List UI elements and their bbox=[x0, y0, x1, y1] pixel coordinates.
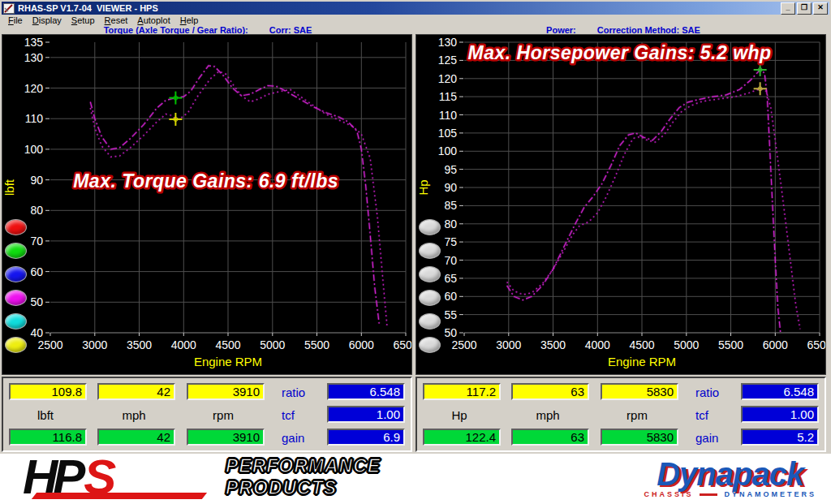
svg-text:60: 60 bbox=[444, 290, 457, 303]
ratio-value: 6.548 bbox=[327, 383, 405, 400]
dynapack-logo-word: Dynapack bbox=[644, 459, 816, 489]
torque-baseline-value: 109.8 bbox=[9, 383, 87, 400]
power-header-correction: Correction Method: SAE bbox=[597, 25, 700, 35]
power-chart: 2500300035004000450050005500600065001301… bbox=[416, 35, 825, 374]
svg-text:5000: 5000 bbox=[674, 338, 699, 351]
power-header: Power: Correction Method: SAE bbox=[416, 25, 831, 35]
power-data-panel: 117.2 63 5830 Hp mph rpm 122.4 63 5830 r… bbox=[416, 377, 826, 452]
run-button-gray-2[interactable] bbox=[419, 243, 441, 259]
menu-setup[interactable]: Setup bbox=[67, 15, 100, 25]
dynapack-dynamometers-text: DYNAMOMETERS bbox=[724, 490, 816, 498]
menu-bar: File Display Setup Reset Autoplot Help bbox=[0, 15, 831, 25]
ratio-label: ratio bbox=[695, 386, 719, 399]
svg-text:3500: 3500 bbox=[540, 338, 566, 351]
run-button-magenta[interactable] bbox=[5, 290, 27, 306]
menu-reset[interactable]: Reset bbox=[100, 15, 133, 25]
svg-text:4500: 4500 bbox=[215, 338, 240, 351]
charts-row: 2500300035004000450050005500600065001351… bbox=[0, 34, 831, 375]
rpm-unit-label: rpm bbox=[185, 408, 261, 422]
rpm-baseline-value: 5830 bbox=[601, 383, 678, 400]
svg-text:6500: 6500 bbox=[393, 338, 411, 351]
svg-text:95: 95 bbox=[444, 163, 457, 176]
rpm-modified-value: 5830 bbox=[601, 429, 678, 446]
hps-logo-text: PERFORMANCE PRODUCTS bbox=[226, 455, 381, 499]
svg-text:100: 100 bbox=[24, 143, 44, 156]
title-bar: RHAS-SP V1.7-04 VIEWER - HPS _ ❐ ✕ bbox=[2, 2, 829, 15]
hps-logo-line1: PERFORMANCE bbox=[226, 455, 381, 477]
speed-unit-label: mph bbox=[96, 408, 172, 422]
svg-text:4500: 4500 bbox=[629, 338, 654, 351]
svg-text:120: 120 bbox=[24, 82, 44, 95]
ratio-value: 6.548 bbox=[741, 383, 819, 400]
tcf-label: tcf bbox=[695, 408, 708, 422]
svg-text:105: 105 bbox=[438, 127, 458, 140]
torque-data-panel: 109.8 42 3910 lbft mph rpm 116.8 42 3910… bbox=[2, 377, 412, 452]
hps-logo-line2: PRODUCTS bbox=[226, 477, 381, 499]
speed-baseline-value: 42 bbox=[97, 383, 175, 400]
power-modified-value: 122.4 bbox=[423, 429, 501, 446]
torque-header-correction: Corr: SAE bbox=[269, 25, 312, 35]
svg-text:2500: 2500 bbox=[37, 338, 62, 351]
svg-text:60: 60 bbox=[30, 265, 43, 278]
rpm-unit-label: rpm bbox=[599, 408, 675, 422]
svg-text:40: 40 bbox=[30, 326, 43, 339]
run-button-cyan[interactable] bbox=[5, 313, 27, 330]
menu-display[interactable]: Display bbox=[28, 15, 67, 25]
menu-autoplot[interactable]: Autoplot bbox=[132, 15, 174, 25]
svg-text:70: 70 bbox=[30, 235, 43, 248]
svg-text:3000: 3000 bbox=[496, 338, 521, 351]
svg-text:130: 130 bbox=[24, 51, 44, 64]
gain-value: 5.2 bbox=[741, 429, 819, 446]
ratio-label: ratio bbox=[282, 386, 305, 399]
dynapack-dash-graphic bbox=[700, 493, 717, 496]
power-unit-label: Hp bbox=[421, 408, 497, 422]
window-title: RHAS-SP V1.7-04 VIEWER - HPS bbox=[18, 3, 779, 13]
speed-baseline-value: 63 bbox=[511, 383, 589, 400]
svg-text:Max. Horsepower Gains: 5.2 wh: Max. Horsepower Gains: 5.2 whp bbox=[468, 42, 772, 63]
svg-text:120: 120 bbox=[438, 72, 458, 85]
svg-text:100: 100 bbox=[438, 144, 458, 157]
svg-text:80: 80 bbox=[444, 218, 457, 230]
speed-unit-label: mph bbox=[510, 408, 586, 422]
run-button-blue[interactable] bbox=[5, 266, 27, 282]
run-button-red[interactable] bbox=[5, 219, 27, 235]
tcf-value: 1.00 bbox=[327, 406, 405, 423]
data-row: 109.8 42 3910 lbft mph rpm 116.8 42 3910… bbox=[0, 375, 831, 454]
run-button-gray-1[interactable] bbox=[419, 219, 441, 235]
minimize-button[interactable]: _ bbox=[781, 2, 795, 15]
torque-chart: 2500300035004000450050005500600065001351… bbox=[2, 35, 411, 374]
run-button-gray-4[interactable] bbox=[419, 290, 441, 306]
svg-text:Max. Torque Gains: 6.9 ft/lbs: Max. Torque Gains: 6.9 ft/lbs bbox=[73, 170, 338, 192]
dynapack-logo-subtitle: CHASSISDYNAMOMETERS bbox=[644, 490, 816, 498]
run-button-yellow[interactable] bbox=[5, 337, 27, 353]
torque-modified-value: 116.8 bbox=[9, 429, 87, 446]
restore-button[interactable]: ❐ bbox=[797, 2, 812, 15]
svg-text:4000: 4000 bbox=[585, 338, 610, 351]
close-button[interactable]: ✕ bbox=[813, 2, 828, 15]
svg-text:65: 65 bbox=[444, 272, 457, 285]
svg-text:Engine RPM: Engine RPM bbox=[194, 355, 262, 368]
menu-help[interactable]: Help bbox=[175, 15, 204, 25]
tcf-label: tcf bbox=[282, 408, 295, 422]
gain-value: 6.9 bbox=[327, 429, 405, 446]
svg-text:Engine RPM: Engine RPM bbox=[608, 355, 676, 368]
menu-file[interactable]: File bbox=[3, 15, 28, 25]
svg-text:110: 110 bbox=[25, 112, 44, 125]
svg-text:135: 135 bbox=[24, 36, 44, 49]
run-button-gray-3[interactable] bbox=[419, 266, 441, 282]
run-button-gray-6[interactable] bbox=[419, 337, 441, 353]
svg-text:lbft: lbft bbox=[2, 179, 16, 196]
torque-chart-panel: 2500300035004000450050005500600065001351… bbox=[2, 34, 412, 375]
run-button-gray-5[interactable] bbox=[419, 313, 441, 330]
svg-text:5000: 5000 bbox=[260, 338, 285, 351]
svg-text:50: 50 bbox=[444, 326, 457, 339]
power-header-title: Power: bbox=[546, 25, 576, 35]
svg-text:55: 55 bbox=[444, 308, 457, 321]
torque-header: Torque (Axle Torque / Gear Ratio): Corr:… bbox=[0, 25, 416, 35]
gain-label: gain bbox=[282, 431, 304, 445]
svg-text:80: 80 bbox=[30, 204, 43, 217]
svg-text:70: 70 bbox=[444, 254, 457, 267]
dynapack-chassis-text: CHASSIS bbox=[644, 490, 693, 498]
svg-text:90: 90 bbox=[444, 181, 457, 194]
run-button-green[interactable] bbox=[5, 243, 27, 259]
